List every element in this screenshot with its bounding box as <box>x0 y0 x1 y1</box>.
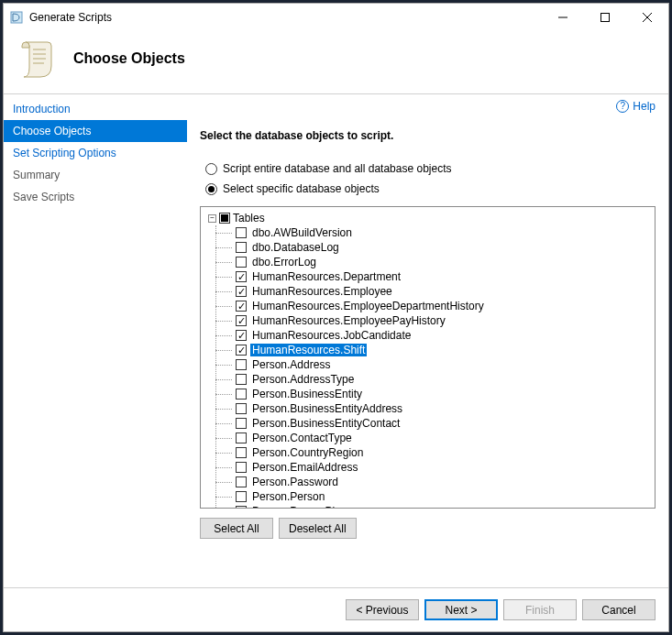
deselect-all-button[interactable]: Deselect All <box>279 518 357 539</box>
tree-item[interactable]: Person.PersonPhone <box>216 504 653 508</box>
tree-item-label: Person.Address <box>250 358 332 371</box>
checkbox[interactable] <box>236 506 247 508</box>
tree-item-label: Person.BusinessEntityAddress <box>250 402 404 415</box>
script-icon <box>17 37 61 81</box>
help-link[interactable]: ? Help <box>616 100 655 113</box>
app-icon <box>9 10 24 25</box>
tree-item[interactable]: Person.BusinessEntity <box>216 387 653 401</box>
sidebar-item-label: Save Scripts <box>13 191 74 203</box>
tree-item-label: HumanResources.Department <box>250 270 402 283</box>
previous-button[interactable]: < Previous <box>346 599 419 620</box>
tree-item[interactable]: HumanResources.Employee <box>216 284 653 299</box>
tree-item[interactable]: Person.AddressType <box>216 372 653 387</box>
tree-item[interactable]: HumanResources.Department <box>216 269 653 284</box>
close-button[interactable] <box>626 4 668 31</box>
tree-item-label: dbo.ErrorLog <box>250 256 318 268</box>
tree-item[interactable]: HumanResources.JobCandidate <box>216 328 653 343</box>
next-button[interactable]: Next > <box>424 599 498 620</box>
checkbox[interactable] <box>236 242 247 253</box>
radio-icon <box>205 183 217 195</box>
wizard-sidebar: IntroductionChoose ObjectsSet Scripting … <box>4 94 187 587</box>
minimize-button[interactable] <box>542 4 584 31</box>
collapse-icon[interactable]: − <box>208 214 216 223</box>
checkbox[interactable] <box>236 315 247 326</box>
radio-specific-label: Select specific database objects <box>223 182 380 195</box>
checkbox[interactable] <box>236 301 247 312</box>
help-icon: ? <box>616 100 629 113</box>
checkbox[interactable] <box>236 345 247 356</box>
checkbox[interactable] <box>236 491 247 502</box>
maximize-button[interactable] <box>584 4 626 31</box>
checkbox[interactable] <box>236 359 247 370</box>
sidebar-item-label: Set Scripting Options <box>13 147 116 159</box>
tree-item[interactable]: Person.BusinessEntityAddress <box>216 401 653 416</box>
tree-item-label: Person.AddressType <box>250 373 356 386</box>
object-tree: − Tables dbo.AWBuildVersiondbo.DatabaseL… <box>200 206 655 509</box>
checkbox[interactable] <box>236 330 247 341</box>
checkbox-tables-root[interactable] <box>219 213 230 224</box>
svg-rect-2 <box>601 14 610 22</box>
tree-item-label: Person.ContactType <box>250 432 354 444</box>
radio-script-all[interactable]: Script entire database and all database … <box>205 162 655 175</box>
sidebar-item-label: Choose Objects <box>13 125 91 137</box>
tree-item-label: HumanResources.EmployeePayHistory <box>250 314 447 327</box>
tree-item[interactable]: Person.Password <box>216 475 653 489</box>
checkbox[interactable] <box>236 389 247 400</box>
generate-scripts-window: Generate Scripts Choose <box>3 3 669 632</box>
sidebar-item-introduction[interactable]: Introduction <box>4 98 187 120</box>
checkbox[interactable] <box>236 374 247 385</box>
select-all-button[interactable]: Select All <box>200 518 273 539</box>
tree-item[interactable]: Person.Person <box>216 489 653 504</box>
tree-item[interactable]: Person.Address <box>216 357 653 372</box>
sidebar-item-label: Introduction <box>13 103 71 115</box>
wizard-header: Choose Objects <box>4 31 668 94</box>
sidebar-item-summary[interactable]: Summary <box>4 164 187 186</box>
tree-root-tables[interactable]: − Tables <box>203 211 653 225</box>
checkbox[interactable] <box>236 271 247 282</box>
titlebar: Generate Scripts <box>4 4 668 31</box>
checkbox[interactable] <box>236 286 247 297</box>
tree-item-label: Person.PersonPhone <box>250 505 358 508</box>
tree-item[interactable]: dbo.AWBuildVersion <box>216 225 653 240</box>
checkbox[interactable] <box>236 418 247 429</box>
tree-item[interactable]: Person.ContactType <box>216 431 653 445</box>
window-title: Generate Scripts <box>29 11 112 24</box>
tree-root-label: Tables <box>233 212 265 224</box>
checkbox[interactable] <box>236 257 247 268</box>
wizard-main: ? Help Select the database objects to sc… <box>187 94 668 587</box>
tree-item[interactable]: Person.CountryRegion <box>216 445 653 460</box>
tree-item-label: Person.Password <box>250 476 340 488</box>
wizard-footer: < Previous Next > Finish Cancel <box>4 587 668 631</box>
tree-item-label: HumanResources.Shift <box>250 344 367 356</box>
tree-item-label: Person.CountryRegion <box>250 446 365 459</box>
sidebar-item-choose-objects[interactable]: Choose Objects <box>4 120 187 142</box>
tree-item[interactable]: HumanResources.Shift <box>216 343 653 357</box>
checkbox[interactable] <box>236 432 247 443</box>
tree-item[interactable]: Person.BusinessEntityContact <box>216 416 653 431</box>
checkbox[interactable] <box>236 227 247 238</box>
tree-item[interactable]: HumanResources.EmployeeDepartmentHistory <box>216 299 653 313</box>
tree-item[interactable]: Person.EmailAddress <box>216 460 653 475</box>
tree-item-label: Person.BusinessEntity <box>250 388 364 400</box>
tree-item-label: Person.EmailAddress <box>250 461 359 474</box>
checkbox[interactable] <box>236 403 247 414</box>
tree-item[interactable]: HumanResources.EmployeePayHistory <box>216 313 653 328</box>
tree-item-label: HumanResources.Employee <box>250 285 394 298</box>
page-title: Choose Objects <box>73 50 185 67</box>
checkbox[interactable] <box>236 447 247 458</box>
checkbox[interactable] <box>236 476 247 487</box>
tree-scroll[interactable]: − Tables dbo.AWBuildVersiondbo.DatabaseL… <box>201 207 655 508</box>
radio-script-specific[interactable]: Select specific database objects <box>205 182 655 195</box>
cancel-button[interactable]: Cancel <box>582 599 655 620</box>
tree-item-label: HumanResources.JobCandidate <box>250 329 413 342</box>
tree-item-label: Person.Person <box>250 490 326 503</box>
tree-item-label: Person.BusinessEntityContact <box>250 417 402 430</box>
sidebar-item-set-scripting-options[interactable]: Set Scripting Options <box>4 142 187 164</box>
sidebar-item-save-scripts[interactable]: Save Scripts <box>4 186 187 208</box>
tree-item[interactable]: dbo.DatabaseLog <box>216 240 653 255</box>
tree-item-label: dbo.DatabaseLog <box>250 241 341 254</box>
checkbox[interactable] <box>236 462 247 473</box>
finish-button: Finish <box>503 599 577 620</box>
section-title: Select the database objects to script. <box>200 129 655 142</box>
tree-item[interactable]: dbo.ErrorLog <box>216 255 653 269</box>
